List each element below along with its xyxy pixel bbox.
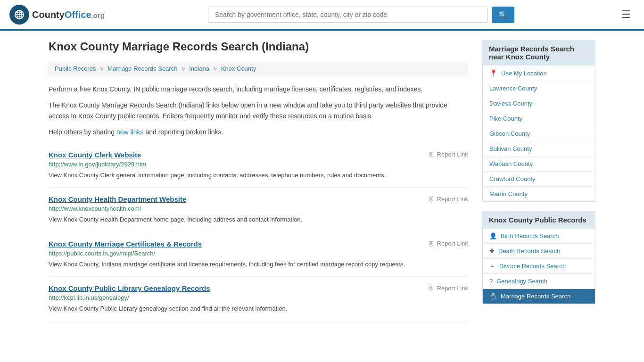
menu-button[interactable]: ☰	[618, 7, 635, 23]
report-link-2[interactable]: ⛨ Report Link	[428, 240, 468, 247]
result-desc-0: View Knox County Clerk general informati…	[49, 171, 468, 180]
result-header-2: Knox County Marriage Certificates & Reco…	[49, 240, 468, 248]
report-link-0[interactable]: ⛨ Report Link	[428, 151, 468, 158]
report-link-3[interactable]: ⛨ Report Link	[428, 284, 468, 292]
breadcrumb-knox-county[interactable]: Knox County	[221, 65, 256, 72]
sidebar-item-wabash[interactable]: Wabash County	[483, 156, 595, 172]
sidebar-use-location[interactable]: 📍 Use My Location	[483, 66, 595, 81]
search-input[interactable]	[208, 7, 488, 23]
sidebar-item-daviess[interactable]: Daviess County	[483, 96, 595, 111]
cross-icon: ✚	[489, 247, 495, 255]
result-title-1[interactable]: Knox County Health Department Website	[49, 195, 186, 203]
logo-area: CountyOffice.org	[9, 5, 105, 25]
breadcrumb-sep-2: >	[182, 65, 185, 72]
location-icon: 📍	[489, 69, 497, 77]
breadcrumb-sep-1: >	[100, 65, 104, 72]
search-area: 🔍	[208, 7, 514, 23]
result-title-3[interactable]: Knox County Public Library Genealogy Rec…	[49, 284, 210, 292]
breadcrumb: Public Records > Marriage Records Search…	[49, 61, 468, 76]
result-desc-1: View Knox County Health Department home …	[49, 215, 468, 224]
sidebar-item-birth[interactable]: 👤 Birth Records Search	[483, 229, 595, 244]
result-header-1: Knox County Health Department Website ⛨ …	[49, 195, 468, 203]
sidebar-item-genealogy[interactable]: ? Genealogy Search	[483, 274, 595, 289]
new-links-link[interactable]: new links	[116, 128, 144, 136]
sidebar-item-lawrence[interactable]: Lawrence County	[483, 81, 595, 96]
result-item-0: Knox County Clerk Website ⛨ Report Link …	[49, 143, 468, 188]
description-3-pre: Help others by sharing	[49, 128, 116, 136]
breadcrumb-indiana[interactable]: Indiana	[189, 65, 209, 72]
sidebar-public-records-section: Knox County Public Records 👤 Birth Recor…	[482, 211, 595, 304]
sidebar-nearby-header: Marriage Records Search near Knox County	[482, 40, 595, 66]
sidebar-item-marriage[interactable]: 💍 Marriage Records Search	[483, 289, 595, 304]
sidebar-nearby-section: Marriage Records Search near Knox County…	[482, 40, 595, 202]
sidebar-item-sullivan[interactable]: Sullivan County	[483, 141, 595, 156]
result-item-1: Knox County Health Department Website ⛨ …	[49, 188, 468, 232]
result-url-0[interactable]: http://www.in.gov/judiciary/2929.htm	[49, 161, 468, 168]
person-icon: 👤	[489, 232, 497, 239]
sidebar-item-crawford[interactable]: Crawford County	[483, 172, 595, 187]
sidebar-public-records-header: Knox County Public Records	[482, 211, 595, 229]
main-container: Knox County Marriage Records Search (Ind…	[39, 31, 605, 331]
results-list: Knox County Clerk Website ⛨ Report Link …	[49, 143, 468, 321]
page-title: Knox County Marriage Records Search (Ind…	[49, 40, 468, 53]
logo-text: CountyOffice.org	[32, 9, 105, 20]
sidebar-public-records-list: 👤 Birth Records Search ✚ Death Records S…	[482, 229, 595, 304]
result-header-3: Knox County Public Library Genealogy Rec…	[49, 284, 468, 292]
sidebar-item-death[interactable]: ✚ Death Records Search	[483, 244, 595, 259]
sidebar-item-divorce[interactable]: ↔ Divorce Records Search	[483, 259, 595, 274]
description-2: The Knox County Marriage Records Search …	[49, 100, 468, 121]
sidebar-item-gibson[interactable]: Gibson County	[483, 126, 595, 141]
report-icon-0: ⛨	[428, 151, 435, 158]
result-item-3: Knox County Public Library Genealogy Rec…	[49, 277, 468, 321]
sidebar-nearby-list: 📍 Use My Location Lawrence County Davies…	[482, 66, 595, 202]
description-1: Perform a free Knox County, IN public ma…	[49, 84, 468, 94]
site-header: CountyOffice.org 🔍 ☰	[0, 0, 644, 31]
question-icon: ?	[489, 278, 493, 285]
breadcrumb-public-records[interactable]: Public Records	[55, 65, 96, 72]
result-item-2: Knox County Marriage Certificates & Reco…	[49, 232, 468, 277]
description-3-post: and reporting broken links.	[144, 128, 223, 136]
result-header-0: Knox County Clerk Website ⛨ Report Link	[49, 151, 468, 159]
result-title-0[interactable]: Knox County Clerk Website	[49, 151, 141, 159]
result-title-2[interactable]: Knox County Marriage Certificates & Reco…	[49, 240, 202, 248]
breadcrumb-marriage-records[interactable]: Marriage Records Search	[107, 65, 177, 72]
arrows-icon: ↔	[489, 263, 495, 270]
report-icon-3: ⛨	[428, 284, 435, 292]
result-desc-3: View Knox County Public Library genealog…	[49, 304, 468, 313]
use-location-link[interactable]: Use My Location	[501, 70, 547, 77]
breadcrumb-sep-3: >	[214, 65, 217, 72]
sidebar: Marriage Records Search near Knox County…	[482, 40, 595, 321]
search-button[interactable]: 🔍	[492, 7, 514, 23]
content-area: Knox County Marriage Records Search (Ind…	[49, 40, 468, 321]
report-icon-1: ⛨	[428, 195, 435, 203]
rings-icon: 💍	[489, 293, 497, 300]
sidebar-item-pike[interactable]: Pike County	[483, 111, 595, 126]
report-icon-2: ⛨	[428, 240, 435, 247]
sidebar-item-martin[interactable]: Martin County	[483, 187, 595, 201]
report-link-1[interactable]: ⛨ Report Link	[428, 195, 468, 203]
result-url-1[interactable]: http://www.knoxcountyhealth.com/	[49, 205, 468, 212]
result-url-3[interactable]: http://kcpl.lib.in.us/genealogy/	[49, 294, 468, 301]
result-desc-2: View Knox County, Indiana marriage certi…	[49, 260, 468, 269]
result-url-2[interactable]: https://public.courts.in.gov/mlpl/Search…	[49, 250, 468, 257]
logo-icon	[9, 5, 29, 25]
description-3: Help others by sharing new links and rep…	[49, 127, 468, 137]
